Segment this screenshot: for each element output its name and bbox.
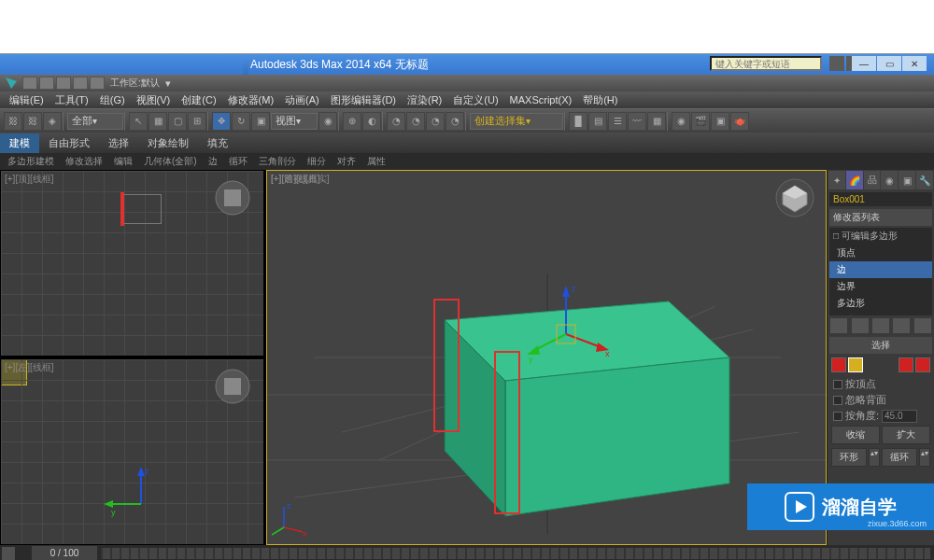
select-window-icon[interactable]: ⊞ (188, 112, 206, 131)
menu-script[interactable]: MAXScript(X) (504, 92, 578, 107)
object-name-field[interactable]: Box001 (829, 192, 932, 206)
ignore-back-check[interactable] (833, 396, 842, 405)
mod-poly[interactable]: 多边形 (829, 295, 932, 312)
rsub-subdiv[interactable]: 细分 (302, 153, 332, 170)
gizmo-persp[interactable]: z x y (529, 278, 622, 371)
selection-rollout[interactable]: 选择 (829, 337, 932, 354)
align-icon[interactable]: ▤ (588, 112, 607, 131)
minimize-button[interactable]: — (852, 56, 876, 71)
render-icon[interactable]: 🫖 (730, 112, 749, 131)
viewport-persp[interactable]: [+][透视][真实] (266, 170, 827, 545)
ribbon-fill[interactable]: 填充 (198, 133, 237, 153)
subobj-poly-icon[interactable] (915, 357, 930, 372)
remove-icon[interactable] (893, 318, 910, 333)
undo-icon[interactable] (73, 77, 88, 90)
rsub-geom[interactable]: 几何体(全部) (138, 153, 203, 170)
ring-button[interactable]: 环形 (831, 448, 867, 467)
unlink-icon[interactable]: ⛓ (23, 112, 42, 131)
hierarchy-tab-icon[interactable]: 品 (864, 171, 881, 189)
mod-vertex[interactable]: 顶点 (829, 245, 932, 261)
rsub-align[interactable]: 对齐 (332, 153, 361, 170)
workspace-label[interactable]: 工作区:默认 (106, 77, 163, 90)
time-handle-icon[interactable] (2, 547, 15, 560)
menu-graph[interactable]: 图形编辑器(D) (325, 91, 402, 109)
gizmo-left[interactable]: z y (113, 467, 188, 541)
viewcube-persp[interactable] (775, 178, 814, 217)
select-rect-icon[interactable]: ▢ (168, 112, 187, 131)
menu-edit[interactable]: 编辑(E) (4, 91, 50, 109)
display-tab-icon[interactable]: ▣ (899, 171, 915, 189)
create-tab-icon[interactable]: ✦ (828, 171, 845, 189)
pivot-icon[interactable]: ◉ (318, 112, 337, 131)
viewcube-top[interactable] (213, 178, 252, 217)
by-angle-check[interactable] (833, 412, 842, 421)
render-setup-icon[interactable]: 🎬 (691, 112, 710, 131)
scale-icon[interactable]: ▣ (251, 112, 270, 131)
select-name-icon[interactable]: ▦ (149, 112, 167, 131)
shrink-button[interactable]: 收缩 (831, 426, 880, 444)
curve-icon[interactable]: 〰 (628, 112, 646, 131)
unique-icon[interactable] (872, 318, 889, 333)
rsub-edge[interactable]: 边 (203, 153, 223, 170)
menu-group[interactable]: 组(G) (94, 91, 131, 109)
rotate-icon[interactable]: ↻ (232, 112, 250, 131)
mod-element[interactable]: 元素 (829, 312, 932, 315)
mod-epoly[interactable]: □ 可编辑多边形 (829, 228, 932, 245)
ribbon-paint[interactable]: 对象绘制 (138, 133, 198, 153)
mirror-icon[interactable]: ▐▌ (569, 112, 587, 131)
new-icon[interactable] (22, 77, 37, 90)
viewcube-left[interactable] (213, 367, 252, 406)
modify-tab-icon[interactable]: 🌈 (846, 171, 863, 189)
motion-tab-icon[interactable]: ◉ (881, 171, 898, 189)
menu-create[interactable]: 创建(C) (176, 91, 221, 109)
menu-anim[interactable]: 动画(A) (279, 91, 325, 109)
bind-icon[interactable]: ◈ (43, 112, 62, 131)
all-dropdown[interactable]: 全部 ▾ (67, 113, 123, 130)
subobj-edge-icon[interactable] (848, 357, 863, 372)
time-slider[interactable]: 0 / 100 (0, 545, 934, 560)
maximize-button[interactable]: ▭ (877, 56, 901, 71)
show-icon[interactable] (852, 318, 869, 333)
menu-custom[interactable]: 自定义(U) (447, 91, 503, 109)
key-icon[interactable]: ◐ (362, 112, 381, 131)
rsub-tri[interactable]: 三角剖分 (253, 153, 302, 170)
mod-border[interactable]: 边界 (829, 278, 932, 295)
frame-icon[interactable]: ▣ (711, 112, 729, 131)
link-icon[interactable]: ⛓ (4, 112, 22, 131)
close-button[interactable]: ✕ (902, 56, 927, 71)
spinner-icon[interactable]: ◔ (446, 112, 464, 131)
layer-icon[interactable]: ☰ (608, 112, 627, 131)
manip-icon[interactable]: ⊕ (343, 112, 361, 131)
rsub-modsel[interactable]: 修改选择 (60, 153, 108, 170)
snap-angle-icon[interactable]: ◔ (406, 112, 425, 131)
save-icon[interactable] (56, 77, 71, 90)
menu-render[interactable]: 渲染(R) (402, 91, 447, 109)
loop-button[interactable]: 循环 (882, 448, 917, 467)
menu-modifier[interactable]: 修改器(M) (222, 91, 280, 109)
snap-icon[interactable]: ◔ (387, 112, 405, 131)
ribbon-freeform[interactable]: 自由形式 (39, 133, 99, 153)
subobj-border-icon[interactable] (899, 357, 913, 372)
ribbon-select[interactable]: 选择 (99, 133, 138, 153)
named-select-dropdown[interactable]: 创建选择集 ▾ (470, 113, 563, 130)
subobj-vertex-icon[interactable] (831, 357, 846, 372)
rsub-polymodel[interactable]: 多边形建模 (2, 153, 60, 170)
move-icon[interactable]: ✥ (212, 112, 231, 131)
material-icon[interactable]: ◉ (672, 112, 690, 131)
select-icon[interactable]: ↖ (129, 112, 148, 131)
modifier-stack[interactable]: □ 可编辑多边形 顶点 边 边界 多边形 元素 (829, 228, 932, 315)
search-input[interactable] (710, 56, 822, 71)
time-position[interactable]: 0 / 100 (32, 546, 97, 560)
menu-tools[interactable]: 工具(T) (50, 91, 94, 109)
menu-help[interactable]: 帮助(H) (577, 91, 623, 109)
redo-icon[interactable] (90, 77, 105, 90)
by-vertex-check[interactable] (833, 380, 842, 389)
menu-view[interactable]: 视图(V) (131, 91, 177, 109)
viewport-top[interactable]: [+][顶][线框] (0, 170, 264, 357)
mod-edge[interactable]: 边 (829, 261, 932, 278)
utility-tab-icon[interactable]: 🔧 (916, 171, 933, 189)
ribbon-model[interactable]: 建模 (0, 133, 39, 153)
rsub-edit[interactable]: 编辑 (108, 153, 138, 170)
rsub-attr[interactable]: 属性 (361, 153, 391, 170)
rsub-loop[interactable]: 循环 (223, 153, 253, 170)
